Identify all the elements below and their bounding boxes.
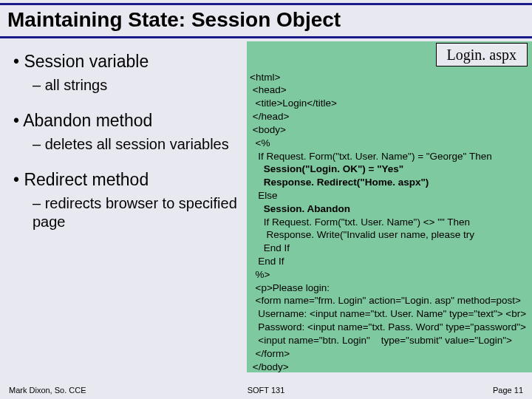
code-line: Password: <input name="txt. Pass. Word" … xyxy=(250,321,526,332)
filename-label: Login. aspx xyxy=(436,43,528,66)
footer-course: SOFT 131 xyxy=(248,386,285,395)
code-line: </body> xyxy=(250,361,289,372)
footer-page: Page 11 xyxy=(493,386,523,395)
code-line: %> xyxy=(250,269,270,280)
code-line-bold: Session. Abandon xyxy=(250,203,350,214)
code-line: End If xyxy=(250,256,284,267)
code-line: If Request. Form("txt. User. Name") = "G… xyxy=(250,151,492,162)
code-line: End If xyxy=(250,242,290,253)
footer-author: Mark Dixon, So. CCE xyxy=(9,386,86,395)
bullet-session-variable: • Session variable xyxy=(13,52,244,72)
code-line: </head> xyxy=(250,111,289,122)
code-line: </form> xyxy=(250,348,290,359)
bullet-redirect-method: • Redirect method xyxy=(13,170,244,190)
code-line: <p>Please login: xyxy=(250,282,330,293)
code-line: <% xyxy=(250,137,270,149)
bullet-abandon-method: • Abandon method xyxy=(13,111,244,131)
slide-title: Maintaining State: Session Object xyxy=(7,8,525,32)
bullet-deletes-all: – deletes all session variables xyxy=(33,135,244,154)
code-box: Login. aspx <html> <head> <title>Login</… xyxy=(247,41,532,372)
code-line: <input name="btn. Login" type="submit" v… xyxy=(250,335,512,346)
code-line: <title>Login</title> xyxy=(250,98,337,109)
code-line: <form name="frm. Login" action="Login. a… xyxy=(250,295,521,306)
code-line-bold: Session("Login. OK") = "Yes" xyxy=(250,163,403,174)
bullet-column: • Session variable – all strings • Aband… xyxy=(0,46,244,248)
code-line: Username: <input name="txt. User. Name" … xyxy=(250,308,526,319)
code-line: <body> xyxy=(250,124,286,135)
code-line-bold: Response. Redirect("Home. aspx") xyxy=(250,177,429,188)
code-line: <head> xyxy=(250,84,287,95)
code-line: Response. Write("Invalid user name, plea… xyxy=(250,229,474,240)
bullet-all-strings: – all strings xyxy=(33,76,244,95)
code-line: If Request. Form("txt. User. Name") <> "… xyxy=(250,216,470,228)
code-line: Else xyxy=(250,190,278,201)
title-bar: Maintaining State: Session Object xyxy=(0,3,532,38)
footer: Mark Dixon, So. CCE SOFT 131 Page 11 xyxy=(0,386,532,395)
bullet-redirects-browser: – redirects browser to specified page xyxy=(33,194,244,231)
code-line: <html> xyxy=(250,72,280,83)
